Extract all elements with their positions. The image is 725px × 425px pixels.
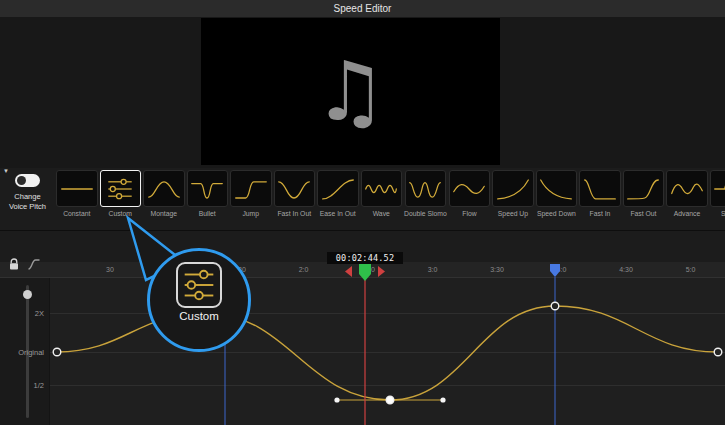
video-preview: ♫: [201, 18, 500, 165]
preset-wave[interactable]: Wave: [361, 170, 403, 228]
preset-label: Wave: [373, 210, 390, 217]
preset-fast-out-curve-icon: [623, 170, 665, 207]
gridline: [50, 352, 725, 353]
preset-label: Jump: [242, 210, 259, 217]
preset-wave-curve-icon: [361, 170, 403, 207]
preset-label: Flow: [462, 210, 476, 217]
preset-speed-up[interactable]: Speed Up: [492, 170, 534, 228]
preset-fast-in[interactable]: Fast In: [579, 170, 621, 228]
voice-pitch-toggle[interactable]: [15, 174, 40, 187]
preset-advance-curve-icon: [666, 170, 708, 207]
preset-label: Double Slomo: [404, 210, 447, 217]
preset-label: Shock: [721, 210, 725, 217]
preset-label: Speed Up: [498, 210, 528, 217]
curve-canvas[interactable]: [0, 278, 725, 425]
ruler-label: 3:30: [490, 266, 504, 273]
voice-pitch-control: Change Voice Pitch: [0, 174, 55, 212]
row-label-1-2: 1/2: [34, 381, 44, 390]
collapse-panel-arrow-icon[interactable]: ▼: [3, 168, 9, 174]
preset-fast-in-curve-icon: [579, 170, 621, 207]
ruler-label: 3:0: [428, 266, 438, 273]
ruler-label: 30: [106, 266, 114, 273]
preset-ease-in-out-curve-icon: [317, 170, 359, 207]
toggle-knob: [17, 176, 26, 185]
preset-speed-up-curve-icon: [492, 170, 534, 207]
preset-flow[interactable]: Flow: [449, 170, 491, 228]
music-note-icon: ♫: [314, 51, 388, 133]
ruler-label: 2:30: [361, 266, 375, 273]
preset-constant-curve-icon: [56, 170, 98, 207]
ruler-label: 4:30: [619, 266, 633, 273]
voice-pitch-label-line2: Voice Pitch: [9, 202, 46, 211]
preset-fast-in-out-curve-icon: [274, 170, 316, 207]
lock-button[interactable]: [8, 257, 20, 275]
timeline-ruler[interactable]: 301:01:302:02:303:03:304:04:305:0: [0, 262, 725, 278]
preset-shock-curve-icon: [710, 170, 725, 207]
window-title: Speed Editor: [334, 3, 392, 14]
preset-jump[interactable]: Jump: [230, 170, 272, 228]
ruler-label: 2:0: [299, 266, 309, 273]
current-time-display: 00:02:44.52: [327, 252, 403, 264]
vertical-zoom-knob[interactable]: [23, 290, 32, 299]
preset-shock[interactable]: Shock: [710, 170, 725, 228]
preset-fast-out[interactable]: Fast Out: [623, 170, 665, 228]
ruler-label: 4:0: [557, 266, 567, 273]
preset-constant[interactable]: Constant: [56, 170, 98, 228]
preset-custom-curve-icon: [100, 170, 142, 207]
preset-bullet-curve-icon: [187, 170, 229, 207]
custom-preset-callout: Custom: [147, 248, 251, 352]
row-label-2x: 2X: [35, 309, 44, 318]
preset-label: Fast Out: [630, 210, 656, 217]
preset-advance[interactable]: Advance: [666, 170, 708, 228]
title-bar: Speed Editor: [0, 0, 725, 17]
callout-label: Custom: [179, 310, 219, 322]
current-time-value: 00:02:44.52: [336, 253, 395, 263]
preset-speed-down[interactable]: Speed Down: [536, 170, 578, 228]
preset-double-slomo[interactable]: Double Slomo: [404, 170, 447, 228]
preset-double-slomo-curve-icon: [405, 170, 447, 207]
preset-label: Speed Down: [537, 210, 576, 217]
custom-sliders-icon: [176, 262, 222, 308]
row-label-original: Original: [18, 348, 44, 357]
voice-pitch-label-line1: Change: [14, 192, 40, 201]
curve-mode-button[interactable]: [27, 257, 41, 275]
preset-fast-in-out[interactable]: Fast In Out: [274, 170, 316, 228]
gridline: [50, 385, 725, 386]
preset-montage-curve-icon: [143, 170, 185, 207]
preset-label: Bullet: [199, 210, 216, 217]
preset-label: Fast In: [590, 210, 611, 217]
voice-pitch-label: Change Voice Pitch: [0, 192, 55, 212]
preset-speed-down-curve-icon: [536, 170, 578, 207]
preset-label: Fast In Out: [277, 210, 311, 217]
preset-jump-curve-icon: [230, 170, 272, 207]
preset-label: Advance: [674, 210, 700, 217]
speed-editor-window: Speed Editor ♫ ▼ Change Voice Pitch Cons…: [0, 0, 725, 425]
preview-area: ♫: [0, 17, 725, 168]
preset-flow-curve-icon: [449, 170, 491, 207]
preset-ease-in-out[interactable]: Ease In Out: [317, 170, 359, 228]
preset-label: Ease In Out: [320, 210, 356, 217]
row-label-column: 2XOriginal1/2: [0, 278, 50, 425]
preset-label: Constant: [63, 210, 90, 217]
ruler-label: 5:0: [686, 266, 696, 273]
